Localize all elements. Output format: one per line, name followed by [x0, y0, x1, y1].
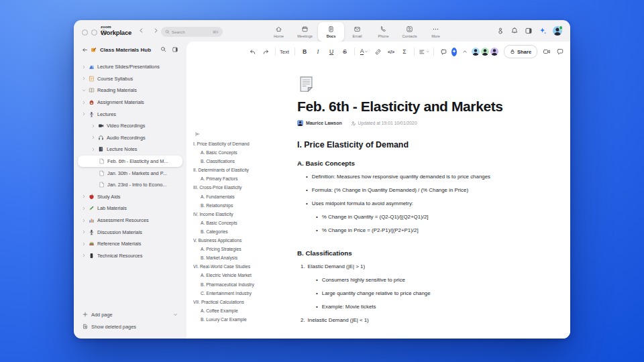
sidebar-item-lecture-slides-presentations[interactable]: Lecture Slides/Presentations — [78, 61, 182, 73]
sidebar-item-lectures[interactable]: Lectures — [78, 108, 182, 120]
outline-item[interactable]: B. Classifications — [193, 157, 272, 166]
show-deleted-pages-button[interactable]: Show deleted pages — [78, 320, 182, 333]
outline-item[interactable]: A. Pricing Strategies — [193, 245, 272, 253]
tab-phone[interactable]: Phone — [370, 23, 396, 41]
outline-item[interactable]: A. Electric Vehicle Market — [193, 271, 272, 280]
code-button[interactable]: </> — [384, 46, 398, 58]
align-dropdown[interactable] — [417, 46, 431, 58]
text-style-dropdown[interactable]: Text — [278, 46, 292, 58]
bell-icon[interactable] — [511, 27, 519, 35]
collaborator-avatar-2[interactable] — [481, 48, 489, 56]
globe-icon[interactable] — [570, 48, 570, 56]
outline-item[interactable]: C. Entertainment Industry — [193, 289, 272, 298]
italic-button[interactable]: I — [311, 46, 325, 58]
search-input[interactable]: Search ⌘F — [161, 27, 223, 37]
outline-item[interactable]: B. Market Analysis — [193, 253, 272, 262]
outline-item[interactable]: A. Coffee Example — [193, 306, 272, 315]
chevron-right-icon[interactable] — [82, 242, 86, 246]
undo-button[interactable] — [246, 46, 259, 58]
sidebar-search-icon[interactable] — [160, 46, 166, 52]
ai-sparkle-icon[interactable] — [539, 27, 547, 35]
outline-item[interactable]: B. Categories — [193, 227, 272, 236]
sidebar-item-feb-6th-elasticity-and-m[interactable]: Feb. 6th - Elasticity and M... — [78, 156, 182, 168]
outline-item[interactable]: A. Primary Factors — [193, 174, 272, 183]
outline-item[interactable]: A. Basic Concepts — [193, 148, 272, 157]
chevron-right-icon[interactable] — [91, 124, 95, 128]
email-icon — [354, 25, 361, 33]
sidebar-item-jan-23rd-intro-to-econo[interactable]: Jan. 23rd - Intro to Econo... — [78, 179, 182, 191]
tab-more[interactable]: More — [423, 23, 449, 41]
outline-collapse-icon[interactable] — [195, 131, 200, 137]
add-page-button[interactable]: Add page — [78, 308, 182, 320]
chevron-right-icon[interactable] — [82, 219, 86, 223]
collapse-toolbar-button[interactable] — [458, 46, 472, 58]
tab-contacts[interactable]: Contacts — [396, 23, 423, 41]
collaborator-avatar-3[interactable] — [490, 48, 498, 56]
chevron-right-icon[interactable] — [82, 194, 86, 198]
chevron-right-icon[interactable] — [82, 112, 86, 116]
sidebar-collapse-icon[interactable] — [172, 46, 178, 53]
outline-item[interactable]: VII. Practical Calculations — [193, 298, 272, 306]
video-call-icon[interactable] — [543, 48, 551, 56]
collaborator-avatars[interactable] — [472, 48, 498, 56]
chevron-right-icon[interactable] — [82, 206, 86, 210]
chevron-right-icon[interactable] — [91, 147, 95, 152]
sidebar-item-lab-materials[interactable]: Lab Materials — [78, 202, 182, 215]
tab-email[interactable]: Email — [344, 23, 370, 41]
bold-button[interactable]: B — [298, 46, 311, 58]
outline-item[interactable]: IV. Income Elasticity — [193, 210, 272, 219]
outline-item[interactable]: B. Luxury Car Example — [193, 315, 272, 324]
sidebar-item-lecture-notes[interactable]: Lecture Notes — [78, 143, 182, 156]
sidebar-item-technical-resources[interactable]: Technical Resources — [78, 250, 182, 262]
minimize-window-button[interactable] — [91, 29, 97, 36]
chevron-down-icon[interactable] — [82, 88, 86, 93]
tab-docs[interactable]: Docs — [318, 22, 344, 42]
outline-item[interactable]: A. Fundamentals — [193, 192, 272, 201]
chat-icon[interactable] — [556, 48, 564, 56]
sidebar-item-audio-recordings[interactable]: Audio Recordings — [78, 132, 182, 144]
formula-button[interactable]: Σ — [398, 46, 411, 58]
sidebar-item-jan-30th-markets-and-p[interactable]: Jan. 30th - Markets and P... — [78, 167, 182, 179]
text-color-dropdown[interactable]: A — [358, 46, 371, 58]
nav-forward-icon[interactable] — [153, 27, 159, 34]
sidebar-item-assignment-materials[interactable]: Assignment Materials — [78, 97, 182, 109]
tab-home[interactable]: Home — [266, 23, 292, 41]
redo-button[interactable] — [259, 46, 272, 58]
outline-item[interactable]: A. Basic Concepts — [193, 219, 272, 227]
chevron-right-icon[interactable] — [82, 253, 86, 257]
nav-back-icon[interactable] — [138, 27, 144, 34]
sidebar-item-course-syllabus[interactable]: Course Syllabus — [78, 73, 182, 85]
share-button[interactable]: Share — [504, 45, 537, 58]
strikethrough-button[interactable]: S — [338, 46, 352, 58]
link-button[interactable] — [371, 46, 384, 58]
underline-button[interactable]: U — [325, 46, 338, 58]
sidebar-item-study-aids[interactable]: Study Aids — [78, 191, 182, 203]
outline-item[interactable]: I. Price Elasticity of Demand — [193, 139, 272, 148]
collaborator-avatar-1[interactable] — [472, 48, 480, 56]
user-avatar[interactable] — [553, 26, 562, 36]
outline-item[interactable]: B. Relationships — [193, 201, 272, 210]
chevron-right-icon[interactable] — [82, 230, 86, 234]
chevron-right-icon[interactable] — [82, 76, 86, 80]
sidebar-item-reference-materials[interactable]: Reference Materials — [78, 238, 182, 250]
chevron-right-icon[interactable] — [82, 101, 86, 105]
outline-item[interactable]: III. Cross-Price Elasticity — [193, 183, 272, 192]
ai-companion-button[interactable] — [451, 48, 457, 56]
sidebar-item-assessment-resources[interactable]: Assessment Resources — [78, 215, 182, 227]
panel-toggle-icon[interactable] — [525, 27, 533, 35]
sidebar-item-discussion-materials[interactable]: Discussion Materials — [78, 226, 182, 238]
back-arrow-icon[interactable] — [82, 47, 88, 53]
outline-item[interactable]: V. Business Applications — [193, 236, 272, 245]
chevron-right-icon[interactable] — [91, 135, 95, 139]
sidebar-item-reading-materials[interactable]: Reading Materials — [78, 84, 182, 97]
outline-item[interactable]: B. Pharmaceutical Industry — [193, 280, 272, 289]
tab-meetings[interactable]: Meetings — [292, 23, 318, 41]
chevron-right-icon[interactable] — [82, 65, 86, 69]
activity-icon[interactable] — [496, 27, 504, 35]
outline-item[interactable]: II. Determinants of Elasticity — [193, 166, 272, 174]
close-window-button[interactable] — [82, 29, 88, 36]
comment-button[interactable] — [437, 46, 450, 58]
sidebar-item-video-recordings[interactable]: Video Recordings — [78, 120, 182, 132]
add-page-chevron-icon[interactable] — [173, 312, 178, 317]
outline-item[interactable]: VI. Real-World Case Studies — [193, 262, 272, 271]
